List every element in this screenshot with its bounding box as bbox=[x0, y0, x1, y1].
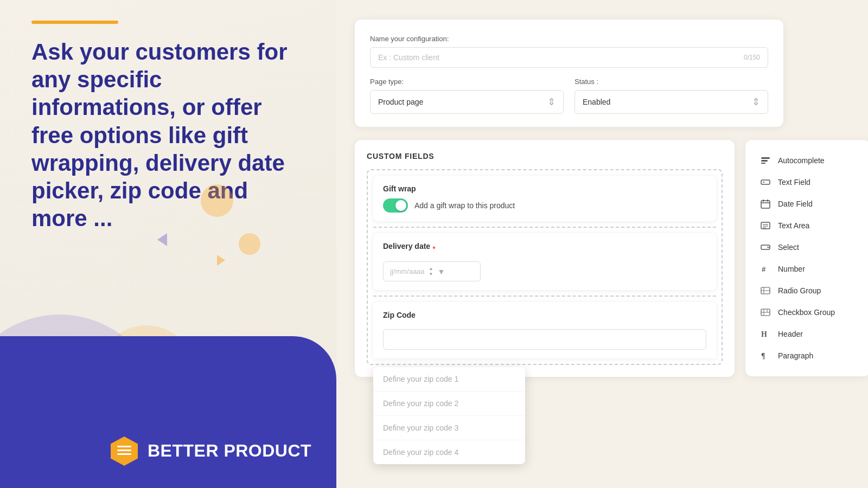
page-type-label: Page type: bbox=[370, 78, 564, 86]
name-counter: 0/150 bbox=[744, 54, 760, 61]
logo-text: BETTER PRODUCT bbox=[148, 441, 311, 461]
delivery-title-row: Delivery date * bbox=[383, 242, 706, 256]
text-field-label: Text Field bbox=[778, 178, 810, 187]
svg-rect-8 bbox=[761, 180, 770, 184]
radio-group-label: Radio Group bbox=[778, 286, 821, 295]
zip-option-3[interactable]: Define your zip code 3 bbox=[373, 416, 525, 440]
zip-option-2[interactable]: Define your zip code 2 bbox=[373, 391, 525, 416]
svg-rect-5 bbox=[761, 157, 770, 159]
svg-rect-3 bbox=[117, 450, 131, 451]
circle-decoration-sm2 bbox=[239, 233, 260, 255]
field-type-header[interactable]: H Header bbox=[754, 323, 861, 345]
dashed-separator-2 bbox=[373, 296, 716, 297]
page-type-field: Page type: Product page ⇕ bbox=[370, 78, 564, 114]
field-type-autocomplete[interactable]: Autocomplete bbox=[754, 150, 861, 171]
custom-fields-card: CUSTOM FIELDS Gift wrap Add a gift wrap … bbox=[355, 140, 735, 377]
name-placeholder: Ex : Custom client bbox=[378, 53, 439, 62]
status-select[interactable]: Enabled ⇕ bbox=[575, 90, 768, 114]
required-star: * bbox=[432, 245, 435, 253]
status-field: Status : Enabled ⇕ bbox=[575, 78, 768, 114]
svg-text:¶: ¶ bbox=[761, 352, 765, 360]
logo-container: BETTER PRODUCT bbox=[108, 435, 311, 466]
field-type-checkbox-group[interactable]: Checkbox Group bbox=[754, 301, 861, 323]
date-placeholder: jj/mm/aaaa bbox=[390, 267, 425, 275]
header-icon: H bbox=[760, 328, 771, 340]
custom-fields-title: CUSTOM FIELDS bbox=[367, 152, 723, 160]
select-icon bbox=[760, 241, 771, 253]
gift-wrap-label: Add a gift wrap to this product bbox=[414, 201, 515, 210]
right-section: Name your configuration: Ex : Custom cli… bbox=[336, 0, 868, 488]
delivery-date-input[interactable]: jj/mm/aaaa ▲ ▼ ▼ bbox=[383, 261, 481, 281]
zip-option-4[interactable]: Define your zip code 4 bbox=[373, 440, 525, 464]
custom-fields-section: CUSTOM FIELDS Gift wrap Add a gift wrap … bbox=[355, 140, 868, 377]
circle-decoration-sm bbox=[201, 184, 233, 217]
zip-code-dropdown: Define your zip code 1 Define your zip c… bbox=[373, 367, 525, 464]
svg-text:#: # bbox=[762, 265, 766, 273]
number-label: Number bbox=[778, 265, 805, 273]
hero-text: Ask your customers for any specific info… bbox=[31, 38, 297, 233]
paragraph-label: Paragraph bbox=[778, 351, 813, 360]
field-type-date-field[interactable]: Date Field bbox=[754, 193, 861, 215]
text-area-icon bbox=[760, 220, 771, 232]
name-input[interactable]: Ex : Custom client 0/150 bbox=[370, 47, 768, 68]
zip-code-field: Zip Code Define your zip code 1 Define y… bbox=[373, 302, 716, 358]
dashed-separator-1 bbox=[373, 227, 716, 228]
text-field-icon bbox=[760, 176, 771, 188]
date-arrows: ▲ ▼ bbox=[429, 266, 433, 277]
page-type-select-icon: ⇕ bbox=[547, 96, 556, 108]
checkbox-group-icon bbox=[760, 306, 771, 318]
logo-hex-icon bbox=[108, 435, 140, 466]
config-card: Name your configuration: Ex : Custom cli… bbox=[355, 20, 783, 127]
triangle-left-decoration bbox=[157, 233, 167, 246]
status-label: Status : bbox=[575, 78, 768, 86]
svg-rect-2 bbox=[117, 446, 131, 447]
gift-wrap-title: Gift wrap bbox=[383, 184, 706, 193]
gift-wrap-field: Gift wrap Add a gift wrap to this produc… bbox=[373, 176, 716, 221]
svg-rect-4 bbox=[117, 453, 131, 455]
date-field-label: Date Field bbox=[778, 200, 813, 208]
delivery-date-title: Delivery date bbox=[383, 242, 430, 251]
field-type-text-field[interactable]: Text Field bbox=[754, 171, 861, 193]
svg-rect-6 bbox=[761, 160, 768, 162]
zip-option-1[interactable]: Define your zip code 1 bbox=[373, 367, 525, 391]
svg-rect-10 bbox=[761, 201, 770, 208]
config-row: Page type: Product page ⇕ Status : Enabl… bbox=[370, 78, 768, 114]
field-types-panel: Autocomplete Text Field Date Field bbox=[745, 140, 868, 376]
dashed-drop-area[interactable]: Gift wrap Add a gift wrap to this produc… bbox=[367, 169, 723, 365]
select-label: Select bbox=[778, 243, 799, 252]
delivery-date-field: Delivery date * jj/mm/aaaa ▲ ▼ ▼ bbox=[373, 233, 716, 290]
autocomplete-icon bbox=[760, 155, 771, 166]
name-label: Name your configuration: bbox=[370, 35, 768, 43]
status-value: Enabled bbox=[583, 98, 610, 106]
zip-code-title: Zip Code bbox=[383, 311, 706, 319]
header-label: Header bbox=[778, 330, 803, 338]
date-field-icon bbox=[760, 198, 771, 210]
paragraph-icon: ¶ bbox=[760, 350, 771, 362]
page-type-value: Product page bbox=[378, 98, 423, 106]
field-type-select[interactable]: Select bbox=[754, 236, 861, 258]
field-type-radio-group[interactable]: Radio Group bbox=[754, 280, 861, 301]
field-type-text-area[interactable]: Text Area bbox=[754, 215, 861, 236]
status-select-icon: ⇕ bbox=[752, 96, 760, 108]
page-type-select[interactable]: Product page ⇕ bbox=[370, 90, 564, 114]
field-type-paragraph[interactable]: ¶ Paragraph bbox=[754, 345, 861, 367]
gift-wrap-toggle[interactable] bbox=[383, 198, 408, 213]
checkbox-group-label: Checkbox Group bbox=[778, 308, 835, 317]
toggle-row: Add a gift wrap to this product bbox=[383, 198, 706, 213]
calendar-icon: ▼ bbox=[438, 267, 445, 276]
text-area-label: Text Area bbox=[778, 221, 809, 230]
field-type-number[interactable]: # Number bbox=[754, 258, 861, 280]
radio-group-icon bbox=[760, 285, 771, 297]
left-section: Ask your customers for any specific info… bbox=[0, 0, 336, 488]
svg-text:H: H bbox=[761, 330, 767, 338]
number-icon: # bbox=[760, 263, 771, 275]
svg-rect-7 bbox=[761, 163, 765, 164]
autocomplete-label: Autocomplete bbox=[778, 156, 825, 165]
triangle-right2-decoration bbox=[217, 255, 225, 266]
zip-code-input[interactable] bbox=[383, 329, 706, 350]
purple-bottom-section: BETTER PRODUCT bbox=[0, 336, 336, 488]
orange-bar-decoration bbox=[31, 21, 118, 24]
